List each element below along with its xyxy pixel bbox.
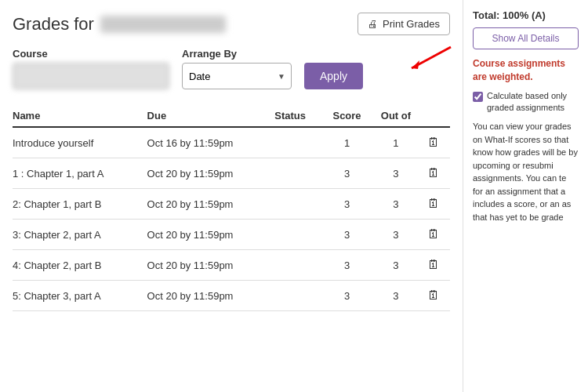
print-grades-button[interactable]: 🖨 Print Grades (358, 13, 450, 35)
score-value: 3 (326, 281, 374, 311)
status-cell (274, 281, 326, 311)
weighted-notice: Course assignments are weighted. (473, 57, 579, 84)
whatif-icon-cell[interactable]: 🗓 (424, 220, 450, 250)
due-date: Oct 20 by 11:59pm (147, 189, 275, 220)
arrange-filter-group: Arrange By Date Assignment Group Module … (182, 48, 292, 89)
outof-value: 3 (374, 250, 424, 281)
status-cell (274, 189, 326, 220)
score-value: 3 (326, 250, 374, 281)
outof-value: 3 (374, 281, 424, 311)
status-cell (274, 127, 326, 158)
assignment-name[interactable]: 4: Chapter 2, part B (13, 250, 147, 281)
status-cell (274, 158, 326, 189)
assignment-name[interactable]: 3: Chapter 2, part A (13, 220, 147, 250)
course-filter-label: Course (13, 48, 169, 60)
score-value: 3 (326, 158, 374, 189)
whatif-icon: 🗓 (427, 289, 440, 302)
whatif-icon-cell[interactable]: 🗓 (424, 281, 450, 311)
table-row: 2: Chapter 1, part B Oct 20 by 11:59pm 3… (13, 189, 450, 220)
whatif-icon-cell[interactable]: 🗓 (424, 127, 450, 158)
total-grade: Total: 100% (A) (473, 9, 579, 21)
due-date: Oct 20 by 11:59pm (147, 220, 275, 250)
score-value: 3 (326, 189, 374, 220)
table-row: 5: Chapter 3, part A Oct 20 by 11:59pm 3… (13, 281, 450, 311)
whatif-icon-cell[interactable]: 🗓 (424, 189, 450, 220)
sidebar-body-text: You can view your grades on What-If scor… (473, 120, 579, 223)
calculate-checkbox[interactable] (473, 92, 483, 102)
page-title: Grades for (13, 14, 226, 34)
col-outof: Out of (374, 105, 424, 127)
printer-icon: 🖨 (368, 18, 378, 30)
table-row: 3: Chapter 2, part A Oct 20 by 11:59pm 3… (13, 220, 450, 250)
whatif-icon: 🗓 (427, 166, 440, 180)
due-date: Oct 20 by 11:59pm (147, 281, 275, 311)
table-row: 4: Chapter 2, part B Oct 20 by 11:59pm 3… (13, 250, 450, 281)
table-row: 1 : Chapter 1, part A Oct 20 by 11:59pm … (13, 158, 450, 189)
filter-row: Course Arrange By Date Assignment Group … (13, 48, 450, 89)
student-name-blur (100, 16, 226, 33)
outof-value: 1 (374, 127, 424, 158)
score-value: 3 (326, 220, 374, 250)
col-due: Due (147, 105, 275, 127)
status-cell (274, 250, 326, 281)
weighted-notice-text: Course assignments are weighted. (473, 58, 565, 82)
whatif-icon: 🗓 (427, 197, 440, 210)
status-cell (274, 220, 326, 250)
assignment-name[interactable]: 2: Chapter 1, part B (13, 189, 147, 220)
whatif-icon: 🗓 (427, 258, 440, 271)
checkbox-row: Calculate based only graded assignments (473, 90, 579, 114)
table-body: Introduce yourself Oct 16 by 11:59pm 1 1… (13, 127, 450, 311)
arrange-filter-label: Arrange By (182, 48, 292, 60)
outof-value: 3 (374, 189, 424, 220)
right-sidebar: Total: 100% (A) Show All Details Course … (463, 0, 588, 392)
due-date: Oct 20 by 11:59pm (147, 158, 275, 189)
table-header: Name Due Status Score Out of (13, 105, 450, 127)
col-score: Score (326, 105, 374, 127)
due-date: Oct 16 by 11:59pm (147, 127, 275, 158)
course-filter-group: Course (13, 48, 169, 89)
score-value: 1 (326, 127, 374, 158)
table-row: Introduce yourself Oct 16 by 11:59pm 1 1… (13, 127, 450, 158)
arrange-select-wrapper: Date Assignment Group Module Due Date (182, 63, 292, 89)
col-action (424, 105, 450, 127)
print-button-label: Print Grades (383, 18, 440, 30)
course-input-blur (13, 63, 169, 89)
whatif-icon-cell[interactable]: 🗓 (424, 158, 450, 189)
assignment-name[interactable]: 5: Chapter 3, part A (13, 281, 147, 311)
assignment-name[interactable]: 1 : Chapter 1, part A (13, 158, 147, 189)
main-content: Grades for 🖨 Print Grades Course Arrange… (0, 0, 463, 311)
apply-button[interactable]: Apply (304, 63, 363, 89)
header-row: Grades for 🖨 Print Grades (13, 13, 450, 35)
col-status: Status (274, 105, 326, 127)
outof-value: 3 (374, 220, 424, 250)
arrange-select[interactable]: Date Assignment Group Module Due Date (182, 63, 292, 89)
grades-table: Name Due Status Score Out of Introduce y… (13, 105, 450, 311)
due-date: Oct 20 by 11:59pm (147, 250, 275, 281)
whatif-icon: 🗓 (427, 227, 440, 241)
outof-value: 3 (374, 158, 424, 189)
whatif-icon: 🗓 (427, 136, 440, 149)
title-prefix: Grades for (13, 14, 94, 34)
show-all-details-button[interactable]: Show All Details (473, 27, 579, 49)
checkbox-label: Calculate based only graded assignments (487, 90, 579, 114)
col-name: Name (13, 105, 147, 127)
grades-table-container: Name Due Status Score Out of Introduce y… (13, 105, 450, 311)
whatif-icon-cell[interactable]: 🗓 (424, 250, 450, 281)
assignment-name[interactable]: Introduce yourself (13, 127, 147, 158)
